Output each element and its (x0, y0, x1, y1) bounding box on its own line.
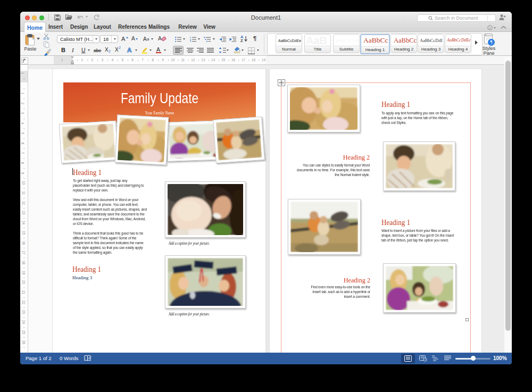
svg-text:3: 3 (190, 40, 191, 42)
